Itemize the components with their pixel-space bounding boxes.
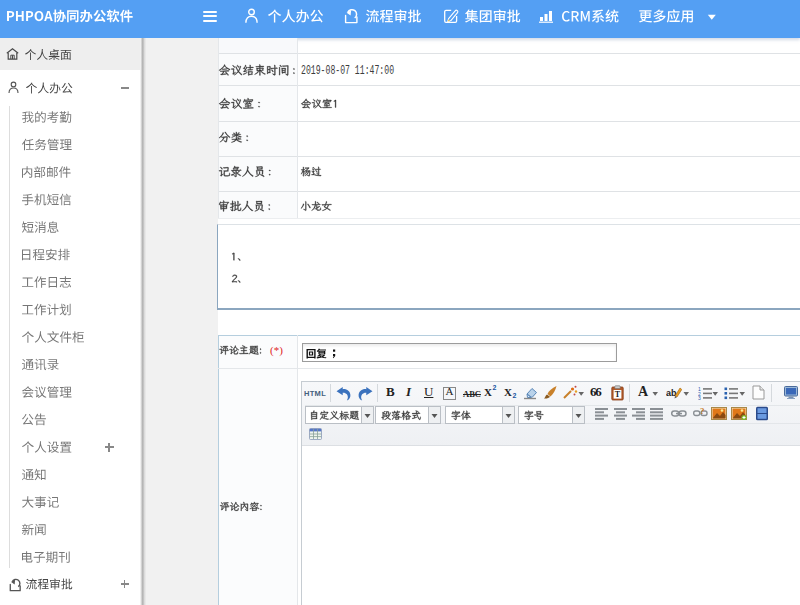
svg-text:3: 3 <box>698 395 701 400</box>
svg-text:?: ? <box>700 406 705 416</box>
svg-text:T: T <box>615 390 621 399</box>
